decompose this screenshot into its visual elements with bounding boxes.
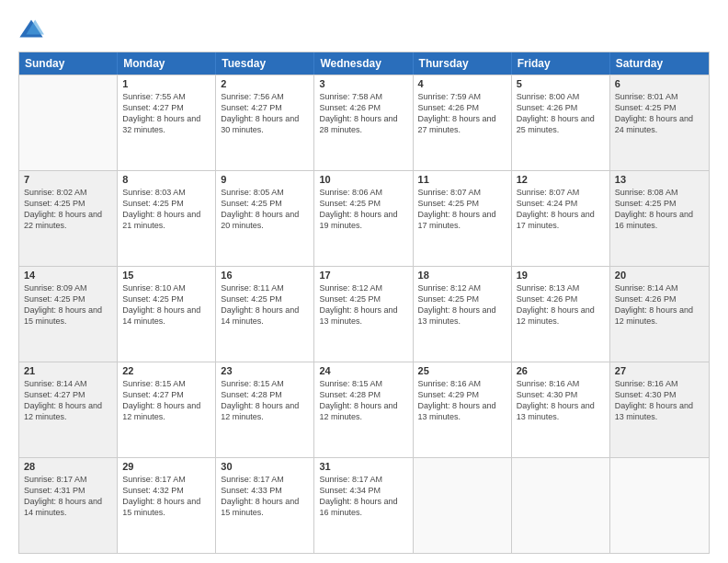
day-info: Sunrise: 8:07 AMSunset: 4:25 PMDaylight:… bbox=[418, 187, 506, 232]
day-info: Sunrise: 8:13 AMSunset: 4:26 PMDaylight:… bbox=[517, 282, 605, 327]
day-number: 31 bbox=[319, 461, 407, 472]
calendar-cell: 20Sunrise: 8:14 AMSunset: 4:26 PMDayligh… bbox=[610, 267, 709, 362]
day-number: 14 bbox=[24, 270, 112, 281]
day-info: Sunrise: 8:11 AMSunset: 4:25 PMDaylight:… bbox=[221, 282, 309, 327]
day-number: 6 bbox=[615, 78, 704, 89]
day-number: 17 bbox=[319, 270, 407, 281]
calendar-cell: 30Sunrise: 8:17 AMSunset: 4:33 PMDayligh… bbox=[216, 458, 314, 553]
calendar-cell: 15Sunrise: 8:10 AMSunset: 4:25 PMDayligh… bbox=[118, 267, 216, 362]
day-info: Sunrise: 8:16 AMSunset: 4:30 PMDaylight:… bbox=[615, 378, 704, 423]
day-number: 4 bbox=[418, 78, 506, 89]
calendar-cell: 29Sunrise: 8:17 AMSunset: 4:32 PMDayligh… bbox=[118, 458, 216, 553]
calendar-cell: 3Sunrise: 7:58 AMSunset: 4:26 PMDaylight… bbox=[314, 75, 413, 170]
day-number: 22 bbox=[122, 365, 210, 376]
calendar-body: 1Sunrise: 7:55 AMSunset: 4:27 PMDaylight… bbox=[19, 75, 709, 553]
day-number: 20 bbox=[615, 270, 704, 281]
calendar-week: 1Sunrise: 7:55 AMSunset: 4:27 PMDaylight… bbox=[19, 75, 709, 170]
calendar-cell: 21Sunrise: 8:14 AMSunset: 4:27 PMDayligh… bbox=[19, 362, 118, 457]
calendar-cell: 22Sunrise: 8:15 AMSunset: 4:27 PMDayligh… bbox=[118, 362, 216, 457]
day-number: 26 bbox=[517, 365, 605, 376]
cal-header-day: Thursday bbox=[414, 52, 512, 75]
calendar-cell: 6Sunrise: 8:01 AMSunset: 4:25 PMDaylight… bbox=[610, 75, 709, 170]
day-number: 15 bbox=[122, 270, 210, 281]
calendar-cell: 19Sunrise: 8:13 AMSunset: 4:26 PMDayligh… bbox=[512, 267, 610, 362]
calendar-cell: 5Sunrise: 8:00 AMSunset: 4:26 PMDaylight… bbox=[512, 75, 610, 170]
calendar-cell: 26Sunrise: 8:16 AMSunset: 4:30 PMDayligh… bbox=[512, 362, 610, 457]
calendar: SundayMondayTuesdayWednesdayThursdayFrid… bbox=[18, 52, 710, 554]
day-number: 2 bbox=[221, 78, 309, 89]
calendar-cell: 9Sunrise: 8:05 AMSunset: 4:25 PMDaylight… bbox=[216, 171, 314, 266]
day-number: 5 bbox=[517, 78, 605, 89]
day-info: Sunrise: 8:01 AMSunset: 4:25 PMDaylight:… bbox=[615, 91, 704, 136]
calendar-week: 14Sunrise: 8:09 AMSunset: 4:25 PMDayligh… bbox=[19, 266, 709, 362]
calendar-cell: 23Sunrise: 8:15 AMSunset: 4:28 PMDayligh… bbox=[216, 362, 314, 457]
calendar-cell: 25Sunrise: 8:16 AMSunset: 4:29 PMDayligh… bbox=[414, 362, 512, 457]
calendar-cell: 31Sunrise: 8:17 AMSunset: 4:34 PMDayligh… bbox=[314, 458, 413, 553]
day-number: 19 bbox=[517, 270, 605, 281]
calendar-cell: 18Sunrise: 8:12 AMSunset: 4:25 PMDayligh… bbox=[414, 267, 512, 362]
day-info: Sunrise: 8:17 AMSunset: 4:32 PMDaylight:… bbox=[122, 474, 210, 519]
calendar-cell: 10Sunrise: 8:06 AMSunset: 4:25 PMDayligh… bbox=[314, 171, 413, 266]
day-info: Sunrise: 8:08 AMSunset: 4:25 PMDaylight:… bbox=[615, 187, 704, 232]
calendar-cell: 2Sunrise: 7:56 AMSunset: 4:27 PMDaylight… bbox=[216, 75, 314, 170]
day-info: Sunrise: 8:14 AMSunset: 4:27 PMDaylight:… bbox=[24, 378, 112, 423]
day-info: Sunrise: 8:14 AMSunset: 4:26 PMDaylight:… bbox=[615, 282, 704, 327]
day-info: Sunrise: 8:12 AMSunset: 4:25 PMDaylight:… bbox=[319, 282, 407, 327]
day-number: 1 bbox=[122, 78, 210, 89]
day-number: 11 bbox=[418, 174, 506, 185]
day-info: Sunrise: 8:10 AMSunset: 4:25 PMDaylight:… bbox=[122, 282, 210, 327]
day-number: 13 bbox=[615, 174, 704, 185]
day-number: 7 bbox=[24, 174, 112, 185]
day-info: Sunrise: 8:03 AMSunset: 4:25 PMDaylight:… bbox=[122, 187, 210, 232]
day-number: 29 bbox=[122, 461, 210, 472]
day-info: Sunrise: 8:17 AMSunset: 4:34 PMDaylight:… bbox=[319, 474, 407, 519]
day-number: 18 bbox=[418, 270, 506, 281]
logo bbox=[18, 17, 48, 42]
calendar-week: 7Sunrise: 8:02 AMSunset: 4:25 PMDaylight… bbox=[19, 170, 709, 266]
day-number: 9 bbox=[221, 174, 309, 185]
day-info: Sunrise: 8:17 AMSunset: 4:31 PMDaylight:… bbox=[24, 474, 112, 519]
header bbox=[18, 17, 710, 42]
day-number: 30 bbox=[221, 461, 309, 472]
calendar-cell bbox=[512, 458, 610, 553]
calendar-cell bbox=[414, 458, 512, 553]
day-info: Sunrise: 8:06 AMSunset: 4:25 PMDaylight:… bbox=[319, 187, 407, 232]
day-info: Sunrise: 8:00 AMSunset: 4:26 PMDaylight:… bbox=[517, 91, 605, 136]
calendar-cell: 16Sunrise: 8:11 AMSunset: 4:25 PMDayligh… bbox=[216, 267, 314, 362]
day-number: 10 bbox=[319, 174, 407, 185]
day-info: Sunrise: 8:09 AMSunset: 4:25 PMDaylight:… bbox=[24, 282, 112, 327]
cal-header-day: Monday bbox=[118, 52, 216, 75]
calendar-cell: 11Sunrise: 8:07 AMSunset: 4:25 PMDayligh… bbox=[414, 171, 512, 266]
calendar-cell: 28Sunrise: 8:17 AMSunset: 4:31 PMDayligh… bbox=[19, 458, 118, 553]
day-info: Sunrise: 7:56 AMSunset: 4:27 PMDaylight:… bbox=[221, 91, 309, 136]
calendar-week: 28Sunrise: 8:17 AMSunset: 4:31 PMDayligh… bbox=[19, 457, 709, 553]
day-info: Sunrise: 8:16 AMSunset: 4:30 PMDaylight:… bbox=[517, 378, 605, 423]
page: SundayMondayTuesdayWednesdayThursdayFrid… bbox=[0, 0, 728, 563]
calendar-cell: 7Sunrise: 8:02 AMSunset: 4:25 PMDaylight… bbox=[19, 171, 118, 266]
day-number: 27 bbox=[615, 365, 704, 376]
day-info: Sunrise: 8:15 AMSunset: 4:28 PMDaylight:… bbox=[221, 378, 309, 423]
calendar-cell: 8Sunrise: 8:03 AMSunset: 4:25 PMDaylight… bbox=[118, 171, 216, 266]
day-info: Sunrise: 8:05 AMSunset: 4:25 PMDaylight:… bbox=[221, 187, 309, 232]
day-number: 3 bbox=[319, 78, 407, 89]
day-info: Sunrise: 8:17 AMSunset: 4:33 PMDaylight:… bbox=[221, 474, 309, 519]
cal-header-day: Friday bbox=[512, 52, 610, 75]
calendar-cell: 4Sunrise: 7:59 AMSunset: 4:26 PMDaylight… bbox=[414, 75, 512, 170]
calendar-cell: 24Sunrise: 8:15 AMSunset: 4:28 PMDayligh… bbox=[314, 362, 413, 457]
cal-header-day: Tuesday bbox=[216, 52, 314, 75]
day-number: 24 bbox=[319, 365, 407, 376]
day-info: Sunrise: 8:02 AMSunset: 4:25 PMDaylight:… bbox=[24, 187, 112, 232]
day-info: Sunrise: 7:58 AMSunset: 4:26 PMDaylight:… bbox=[319, 91, 407, 136]
calendar-cell: 14Sunrise: 8:09 AMSunset: 4:25 PMDayligh… bbox=[19, 267, 118, 362]
calendar-week: 21Sunrise: 8:14 AMSunset: 4:27 PMDayligh… bbox=[19, 362, 709, 457]
day-info: Sunrise: 8:07 AMSunset: 4:24 PMDaylight:… bbox=[517, 187, 605, 232]
calendar-cell: 13Sunrise: 8:08 AMSunset: 4:25 PMDayligh… bbox=[610, 171, 709, 266]
day-info: Sunrise: 8:15 AMSunset: 4:27 PMDaylight:… bbox=[122, 378, 210, 423]
cal-header-day: Saturday bbox=[610, 52, 709, 75]
day-number: 12 bbox=[517, 174, 605, 185]
calendar-header: SundayMondayTuesdayWednesdayThursdayFrid… bbox=[19, 52, 709, 75]
day-info: Sunrise: 8:15 AMSunset: 4:28 PMDaylight:… bbox=[319, 378, 407, 423]
calendar-cell: 27Sunrise: 8:16 AMSunset: 4:30 PMDayligh… bbox=[610, 362, 709, 457]
calendar-cell: 12Sunrise: 8:07 AMSunset: 4:24 PMDayligh… bbox=[512, 171, 610, 266]
day-info: Sunrise: 8:16 AMSunset: 4:29 PMDaylight:… bbox=[418, 378, 506, 423]
